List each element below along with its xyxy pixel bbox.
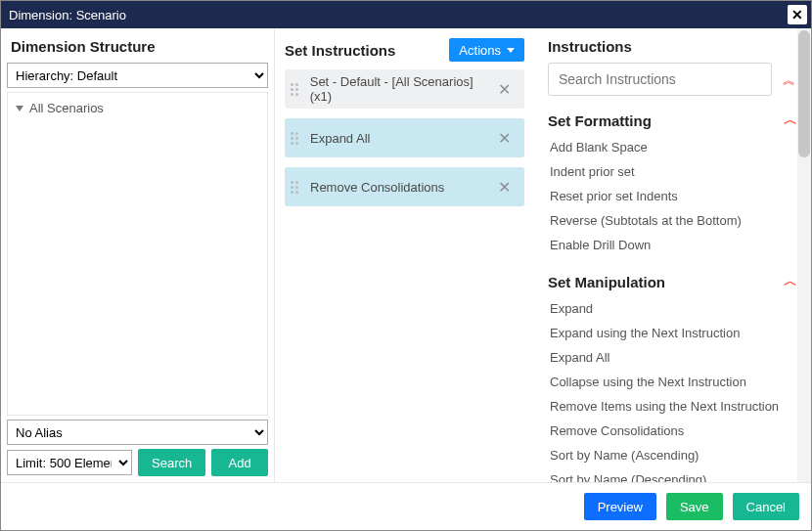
drag-handle-icon[interactable] [291,181,302,194]
chevron-down-icon [16,106,23,111]
save-button[interactable]: Save [666,493,723,520]
left-bottom-controls: No Alias Limit: 500 Elements Search Add [1,416,274,482]
group-items: ExpandExpand using the Next InstructionE… [548,296,797,482]
dimension-structure-header: Dimension Structure [1,28,274,63]
search-button[interactable]: Search [138,449,205,476]
group-title: Set Manipulation [548,274,665,290]
chevron-down-icon [507,48,515,53]
group-items: Add Blank SpaceIndent prior setReset pri… [548,135,797,257]
close-icon: ✕ [791,8,803,22]
drag-handle-icon[interactable] [291,132,302,145]
instruction-list: Set - Default - [All Scenarios] (x1)✕Exp… [275,69,534,216]
dialog-title: Dimension: Scenario [9,8,126,22]
instruction-group: Set Formatting︿Add Blank SpaceIndent pri… [534,106,797,267]
instruction-group: Set Manipulation︿ExpandExpand using the … [534,267,797,482]
instruction-row[interactable]: Set - Default - [All Scenarios] (x1)✕ [285,69,524,109]
alias-select[interactable]: No Alias [7,420,268,445]
search-instructions-input[interactable] [548,63,772,96]
chevron-up-icon[interactable]: ︿ [784,111,797,129]
add-button[interactable]: Add [211,449,268,476]
instruction-option[interactable]: Sort by Name (Descending) [548,467,797,482]
scrollbar-thumb[interactable] [798,30,810,157]
remove-instruction-icon[interactable]: ✕ [494,80,515,99]
instruction-label: Remove Consolidations [310,180,494,195]
instructions-library-panel: Instructions ︽ Set Formatting︿Add Blank … [534,28,811,482]
titlebar: Dimension: Scenario ✕ [1,1,811,28]
instruction-option[interactable]: Expand All [548,345,797,370]
instruction-option[interactable]: Enable Drill Down [548,233,797,257]
dimension-dialog: Dimension: Scenario ✕ Dimension Structur… [0,0,812,531]
actions-button[interactable]: Actions [449,38,524,62]
instruction-option[interactable]: Add Blank Space [548,135,797,159]
instruction-group-header[interactable]: Set Formatting︿ [548,106,797,135]
instruction-option[interactable]: Expand [548,296,797,321]
set-instructions-header: Set Instructions Actions [275,28,534,69]
remove-instruction-icon[interactable]: ✕ [494,178,515,197]
instruction-label: Expand All [310,131,494,146]
instruction-option[interactable]: Indent prior set [548,159,797,184]
remove-instruction-icon[interactable]: ✕ [494,129,515,148]
chevron-up-icon[interactable]: ︿ [784,273,797,290]
drag-handle-icon[interactable] [291,83,302,96]
instruction-option[interactable]: Reset prior set Indents [548,184,797,208]
instruction-group-header[interactable]: Set Manipulation︿ [548,267,797,296]
instruction-row[interactable]: Remove Consolidations✕ [285,167,524,206]
dialog-footer: Preview Save Cancel [1,482,811,530]
dialog-body: Dimension Structure Hierarchy: Default A… [1,28,811,482]
hierarchy-select[interactable]: Hierarchy: Default [7,63,268,88]
instruction-option[interactable]: Reverse (Subtotals at the Bottom) [548,208,797,233]
instruction-option[interactable]: Collapse using the Next Instruction [548,370,797,394]
tree-root-label: All Scenarios [29,101,104,115]
close-button[interactable]: ✕ [788,5,807,24]
instruction-label: Set - Default - [All Scenarios] (x1) [310,74,494,104]
scrollbar[interactable] [797,28,811,482]
instruction-option[interactable]: Remove Items using the Next Instruction [548,394,797,419]
instruction-row[interactable]: Expand All✕ [285,118,524,157]
instruction-option[interactable]: Expand using the Next Instruction [548,321,797,345]
instruction-option[interactable]: Sort by Name (Ascending) [548,443,797,467]
set-instructions-panel: Set Instructions Actions Set - Default -… [275,28,534,482]
cancel-button[interactable]: Cancel [733,493,799,520]
instructions-header: Instructions [534,28,797,63]
limit-select[interactable]: Limit: 500 Elements [7,450,132,475]
hierarchy-tree[interactable]: All Scenarios [7,92,268,416]
group-title: Set Formatting [548,112,652,129]
dimension-structure-panel: Dimension Structure Hierarchy: Default A… [1,28,275,482]
tree-root-item[interactable]: All Scenarios [14,99,261,117]
instruction-option[interactable]: Remove Consolidations [548,419,797,443]
collapse-all-icon[interactable]: ︽ [780,73,797,86]
preview-button[interactable]: Preview [584,493,656,520]
